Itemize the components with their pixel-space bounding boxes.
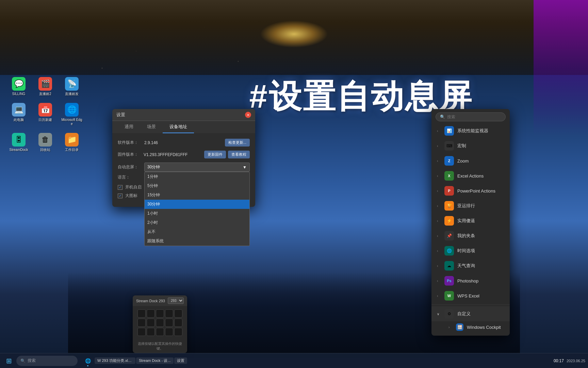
large-icon-label: 大图标 bbox=[125, 193, 137, 199]
tab-general[interactable]: 通用 bbox=[118, 121, 140, 133]
view-tutorial-button[interactable]: 查看教程 bbox=[228, 151, 250, 158]
stream-key-1[interactable] bbox=[147, 309, 155, 318]
sub-item-windows-cockpit[interactable]: › 🪟 Windows Cockpit bbox=[431, 321, 510, 333]
dropdown-option-follow-system[interactable]: 跟随系统 bbox=[145, 236, 249, 246]
desktop-icon-trash[interactable]: 🗑 回收站 bbox=[33, 131, 57, 154]
stream-key-8[interactable] bbox=[165, 319, 173, 327]
expand-icon-zoom: › bbox=[437, 159, 441, 163]
software-version-row: 软件版本： 2.9.146 检查更新... bbox=[118, 139, 250, 147]
icon-wps-excel: W bbox=[444, 291, 454, 301]
stream-key-10[interactable] bbox=[137, 328, 146, 336]
stream-key-6[interactable] bbox=[147, 319, 155, 327]
stream-key-7[interactable] bbox=[156, 319, 164, 327]
dropdown-option-30min[interactable]: 30分钟 bbox=[145, 200, 249, 209]
stream-key-13[interactable] bbox=[165, 328, 173, 336]
start-button[interactable]: ⊞ bbox=[3, 355, 15, 367]
panel-item-monitor[interactable]: › 📊 系统性能监视器 bbox=[431, 123, 510, 138]
icon-excel: X bbox=[444, 171, 454, 181]
dropdown-option-never[interactable]: 从不 bbox=[145, 227, 249, 236]
stream-key-9[interactable] bbox=[174, 319, 182, 327]
dropdown-selected-value[interactable]: 30分钟 ▼ bbox=[144, 163, 250, 172]
panel-item-photoshop[interactable]: › Ps Photoshop bbox=[431, 273, 510, 288]
desktop-icon-pc[interactable]: 💻 此电脑 bbox=[7, 101, 31, 128]
update-firmware-button[interactable]: 更新固件 bbox=[204, 151, 226, 158]
panel-item-wps-excel[interactable]: › W WPS Excel bbox=[431, 288, 510, 303]
dropdown-option-5min[interactable]: 5分钟 bbox=[145, 181, 249, 190]
selected-option-text: 30分钟 bbox=[147, 164, 160, 170]
desktop-icon-live-fa[interactable]: 📡 直播姬发 bbox=[60, 75, 84, 98]
check-update-button[interactable]: 检查更新... bbox=[225, 139, 250, 147]
panel-item-macro[interactable]: › ⌨ 宏制 bbox=[431, 138, 510, 153]
icon-label-live2: 直播姬2 bbox=[39, 92, 51, 96]
panel-item-zoom[interactable]: › Z Zoom bbox=[431, 153, 510, 168]
icon-label-edge: Microsoft Edge bbox=[61, 118, 82, 126]
expand-icon-monitor: › bbox=[437, 129, 441, 133]
firmware-btn-group: 更新固件 查看教程 bbox=[204, 151, 250, 158]
panel-item-excel[interactable]: › X Excel Actions bbox=[431, 168, 510, 183]
settings-content: 软件版本： 2.9.146 检查更新... 固件版本： V1.293.3FFFE… bbox=[112, 133, 255, 207]
dropdown-option-1min[interactable]: 1分钟 bbox=[145, 172, 249, 181]
dropdown-option-15min[interactable]: 15分钟 bbox=[145, 190, 249, 200]
tab-device-address[interactable]: 设备地址 bbox=[163, 121, 194, 133]
icon-windows-cockpit: 🪟 bbox=[456, 323, 463, 331]
stream-key-4[interactable] bbox=[174, 309, 182, 318]
firmware-label: 固件版本： bbox=[118, 152, 142, 157]
desktop-icon-edge[interactable]: 🌐 Microsoft Edge bbox=[60, 101, 84, 128]
taskbar-search[interactable]: 🔍 搜索 bbox=[16, 356, 78, 366]
dropdown-option-2hr[interactable]: 2小时 bbox=[145, 218, 249, 227]
search-area: 🔍 bbox=[431, 109, 510, 123]
icon-label-wechat: SILLING bbox=[12, 92, 25, 96]
stream-key-5[interactable] bbox=[137, 319, 146, 327]
icon-weather: ☁ bbox=[444, 261, 454, 271]
icon-trash: 🗑 bbox=[38, 133, 52, 147]
label-myclip: 我的夹条 bbox=[457, 233, 506, 239]
icon-label-calendar: 日历新建 bbox=[38, 118, 52, 122]
stream-key-0[interactable] bbox=[137, 309, 146, 318]
taskbar-item-settings[interactable]: 设置 bbox=[174, 357, 187, 364]
stream-deck-hint: 选择按键以配置其操作的快捷键。 bbox=[133, 339, 187, 353]
settings-close-button[interactable]: ✕ bbox=[245, 112, 251, 118]
panel-item-myclip[interactable]: › 📌 我的夹条 bbox=[431, 228, 510, 243]
stream-deck-titlebar: Stream Dock 293 293 bbox=[133, 295, 187, 306]
desktop-icon-wechat[interactable]: 💬 SILLING bbox=[7, 75, 31, 98]
desktop-icon-streamdock[interactable]: 🎛 StreamDock bbox=[7, 131, 31, 154]
stream-key-12[interactable] bbox=[156, 328, 164, 336]
large-icon-checkbox[interactable] bbox=[118, 194, 122, 198]
dropdown-menu: 1分钟 5分钟 15分钟 30分钟 1小时 2小时 从不 跟随系统 bbox=[144, 172, 250, 246]
stream-key-11[interactable] bbox=[147, 328, 155, 336]
tab-scene[interactable]: 场景 bbox=[140, 121, 163, 133]
stream-deck-grid-container bbox=[133, 306, 187, 339]
label-timeopts: 时间选项 bbox=[457, 248, 506, 254]
desktop-icon-live2[interactable]: 🎬 直播姬2 bbox=[33, 75, 57, 98]
icon-photoshop: Ps bbox=[444, 276, 454, 286]
panel-item-weather[interactable]: › ☁ 天气查询 bbox=[431, 258, 510, 273]
label-windows-cockpit: Windows Cockpit bbox=[467, 325, 506, 330]
panel-item-custom[interactable]: ∨ ⚙ 自定义 bbox=[431, 306, 510, 321]
auto-sleep-dropdown[interactable]: 30分钟 ▼ 1分钟 5分钟 15分钟 30分钟 1小时 2小时 从不 跟随系统 bbox=[144, 163, 250, 172]
expand-icon-myclip: › bbox=[437, 234, 441, 238]
software-version-value: 2.9.146 bbox=[144, 140, 222, 145]
taskbar-app-edge[interactable]: 🌐 bbox=[82, 355, 94, 367]
stream-key-3[interactable] bbox=[165, 309, 173, 318]
panel-item-timeopts[interactable]: › 🌐 时间选项 bbox=[431, 243, 510, 258]
search-box[interactable]: 🔍 bbox=[436, 112, 506, 121]
icon-label-pc: 此电脑 bbox=[14, 118, 24, 122]
desktop-icon-calendar[interactable]: 📅 日历新建 bbox=[33, 101, 57, 128]
stream-key-14[interactable] bbox=[174, 328, 182, 336]
taskbar-item-excel[interactable]: W 293 功能分类.xls -... bbox=[95, 357, 135, 364]
panel-item-ppt[interactable]: › P PowerPoint Actions bbox=[431, 183, 510, 198]
taskbar-item-streamdock[interactable]: Stream Dock - 设... bbox=[136, 357, 174, 364]
stream-key-2[interactable] bbox=[156, 309, 164, 318]
dropdown-option-1hr[interactable]: 1小时 bbox=[145, 209, 249, 218]
settings-dialog: 设置 ✕ 通用 场景 设备地址 软件版本： 2.9.146 检查更新... 固件… bbox=[112, 109, 255, 207]
panel-item-asian-games[interactable]: › 🏆 亚运排行 bbox=[431, 198, 510, 213]
taskbar-right: 00:17 2023.06.25 bbox=[554, 358, 585, 363]
expand-icon-wps-excel: › bbox=[437, 294, 441, 298]
stream-deck-device-select[interactable]: 293 bbox=[168, 297, 184, 304]
boot-autostart-checkbox[interactable] bbox=[118, 185, 122, 190]
search-input[interactable] bbox=[447, 114, 501, 119]
panel-item-useful[interactable]: › ⚡ 实用傻逼 bbox=[431, 213, 510, 228]
icon-wechat: 💬 bbox=[12, 77, 26, 91]
expand-icon-weather: › bbox=[437, 264, 441, 268]
desktop-icon-work[interactable]: 📁 工作目录 bbox=[60, 131, 84, 154]
